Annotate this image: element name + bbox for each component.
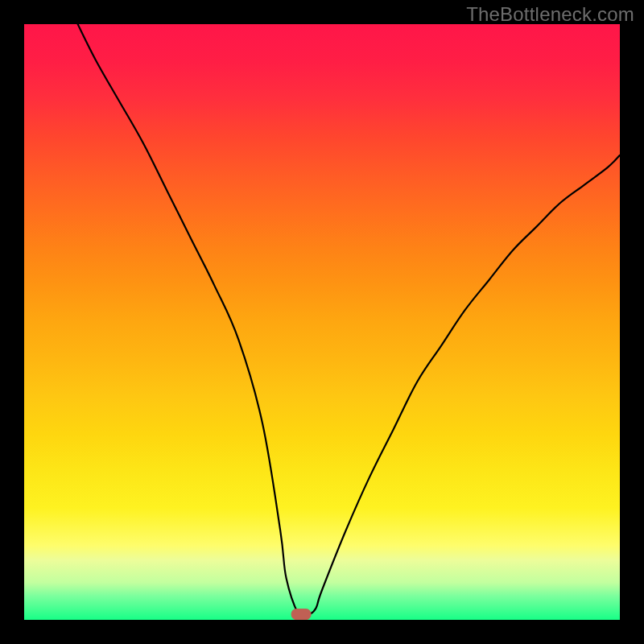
curve-svg — [24, 24, 620, 620]
bottleneck-curve — [78, 24, 620, 617]
plot-area — [24, 24, 620, 620]
minimum-marker — [291, 609, 311, 620]
chart-frame: TheBottleneck.com — [0, 0, 644, 644]
watermark-text: TheBottleneck.com — [466, 3, 634, 26]
